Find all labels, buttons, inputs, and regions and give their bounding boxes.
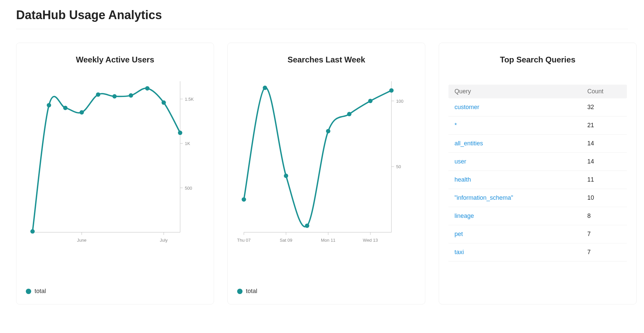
- table-cell-count: 7: [587, 231, 621, 238]
- queries-table: Query Count customer32*21all_entities14u…: [448, 85, 627, 261]
- svg-text:Thu 07: Thu 07: [237, 238, 251, 243]
- svg-point-17: [112, 94, 117, 99]
- svg-point-42: [368, 99, 373, 103]
- table-row: *21: [448, 116, 627, 135]
- svg-point-36: [242, 197, 246, 202]
- legend-dot-icon: [237, 289, 243, 294]
- table-cell-count: 10: [587, 194, 621, 201]
- chart-title-wau: Weekly Active Users: [26, 55, 204, 64]
- svg-point-19: [145, 86, 150, 91]
- table-cell-query: health: [454, 176, 587, 183]
- table-row: user14: [448, 153, 627, 171]
- table-row: lineage8: [448, 207, 627, 225]
- table-cell-query: *: [454, 122, 587, 129]
- svg-text:50: 50: [396, 164, 401, 169]
- table-row: health11: [448, 171, 627, 189]
- svg-text:100: 100: [396, 99, 404, 104]
- svg-point-37: [263, 86, 267, 90]
- table-row: customer32: [448, 98, 627, 116]
- chart-searches: 50100Thu 07Sat 09Mon 11Wed 13: [237, 78, 416, 283]
- table-row: "information_schema"10: [448, 189, 627, 207]
- table-cell-count: 21: [587, 122, 621, 129]
- query-link[interactable]: lineage: [454, 212, 474, 219]
- svg-text:1.5K: 1.5K: [185, 97, 194, 102]
- table-cell-query: "information_schema": [454, 194, 587, 201]
- svg-text:July: July: [160, 238, 168, 243]
- svg-text:June: June: [77, 238, 87, 243]
- cards-row: Weekly Active Users 5001K1.5KJuneJuly to…: [16, 43, 628, 304]
- table-header-query: Query: [454, 88, 587, 95]
- table-cell-query: customer: [454, 104, 587, 111]
- table-cell-query: lineage: [454, 212, 587, 220]
- svg-text:1K: 1K: [185, 141, 190, 146]
- svg-point-20: [162, 100, 166, 105]
- svg-text:Wed 13: Wed 13: [363, 238, 378, 243]
- table-cell-count: 11: [587, 176, 621, 183]
- table-title: Top Search Queries: [448, 55, 627, 64]
- svg-point-38: [284, 174, 288, 178]
- svg-point-13: [47, 103, 51, 107]
- query-link[interactable]: *: [454, 122, 457, 129]
- query-link[interactable]: "information_schema": [454, 194, 513, 201]
- svg-point-41: [347, 112, 352, 116]
- card-weekly-active-users: Weekly Active Users 5001K1.5KJuneJuly to…: [16, 43, 214, 304]
- table-cell-count: 8: [587, 212, 621, 220]
- chart-title-searches: Searches Last Week: [237, 55, 416, 64]
- svg-text:500: 500: [185, 186, 192, 191]
- svg-point-16: [96, 92, 100, 97]
- table-header: Query Count: [448, 85, 627, 98]
- query-link[interactable]: pet: [454, 231, 463, 237]
- table-row: taxi7: [448, 243, 627, 261]
- table-cell-count: 32: [587, 104, 621, 111]
- svg-point-18: [129, 93, 133, 98]
- svg-point-40: [326, 129, 330, 133]
- table-cell-query: pet: [454, 231, 587, 238]
- page-title: DataHub Usage Analytics: [16, 8, 628, 22]
- query-link[interactable]: customer: [454, 104, 479, 110]
- table-header-count: Count: [587, 88, 621, 95]
- query-link[interactable]: taxi: [454, 249, 464, 255]
- table-cell-count: 7: [587, 249, 621, 256]
- card-searches-last-week: Searches Last Week 50100Thu 07Sat 09Mon …: [227, 43, 425, 304]
- svg-point-12: [31, 229, 35, 234]
- table-row: pet7: [448, 225, 627, 243]
- query-link[interactable]: health: [454, 176, 471, 183]
- svg-point-15: [79, 110, 84, 114]
- svg-point-14: [63, 106, 67, 110]
- card-top-search-queries: Top Search Queries Query Count customer3…: [439, 43, 637, 304]
- legend-searches: total: [237, 288, 416, 295]
- query-link[interactable]: user: [454, 158, 466, 165]
- table-cell-query: all_entities: [454, 140, 587, 147]
- legend-dot-icon: [26, 289, 31, 294]
- svg-text:Sat 09: Sat 09: [280, 238, 292, 243]
- legend-label-searches: total: [246, 288, 257, 295]
- svg-point-43: [389, 88, 394, 93]
- table-cell-count: 14: [587, 158, 621, 165]
- legend-label-wau: total: [35, 288, 46, 295]
- query-link[interactable]: all_entities: [454, 140, 483, 147]
- svg-point-21: [178, 131, 182, 135]
- legend-wau: total: [26, 288, 204, 295]
- chart-wau: 5001K1.5KJuneJuly: [26, 78, 204, 283]
- table-row: all_entities14: [448, 135, 627, 153]
- table-cell-count: 14: [587, 140, 621, 147]
- divider: [16, 29, 628, 29]
- svg-point-39: [305, 224, 309, 228]
- table-cell-query: user: [454, 158, 587, 165]
- svg-text:Mon 11: Mon 11: [321, 238, 335, 243]
- table-cell-query: taxi: [454, 249, 587, 256]
